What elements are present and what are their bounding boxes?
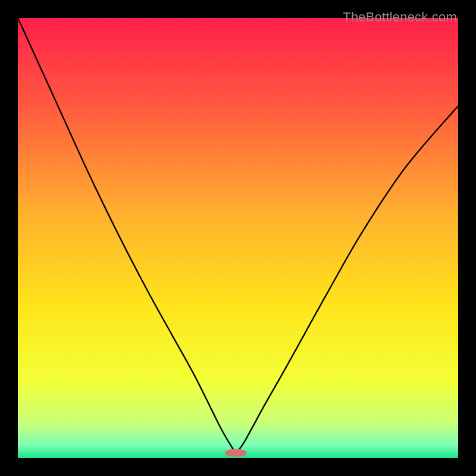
watermark-text: TheBottleneck.com — [343, 10, 457, 25]
chart-frame: TheBottleneck.com — [6, 6, 470, 470]
marker-layer — [225, 449, 247, 456]
gradient-background — [18, 18, 458, 458]
chart-plot — [18, 18, 458, 458]
min-marker — [225, 449, 247, 456]
chart-svg — [18, 18, 458, 458]
